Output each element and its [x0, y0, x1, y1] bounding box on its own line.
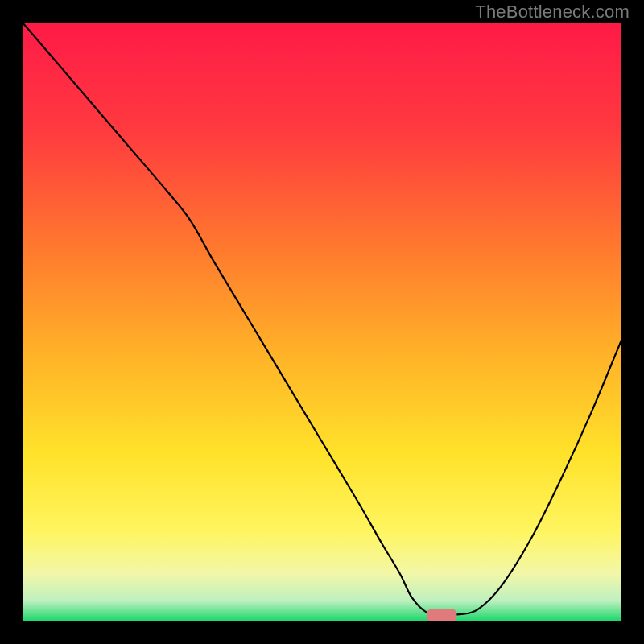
watermark-text: TheBottleneck.com: [475, 2, 630, 23]
chart-svg: [23, 23, 621, 621]
gradient-background: [23, 23, 621, 621]
chart-frame: TheBottleneck.com: [0, 0, 644, 644]
plot-area: [23, 23, 621, 621]
optimal-marker: [427, 609, 456, 621]
